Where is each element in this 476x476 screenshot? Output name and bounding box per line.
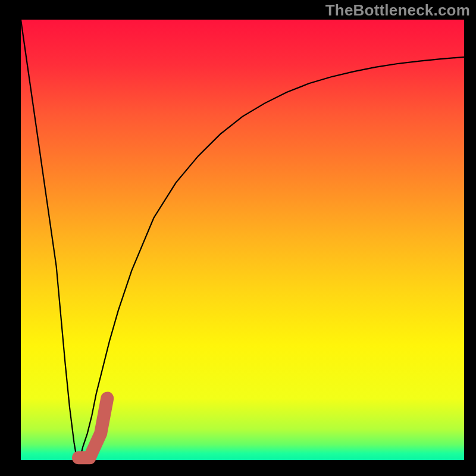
chart-stage: TheBottleneck.com bbox=[0, 0, 476, 476]
gradient-panel bbox=[21, 20, 464, 460]
watermark-text: TheBottleneck.com bbox=[325, 1, 470, 20]
bottleneck-chart bbox=[0, 0, 476, 476]
